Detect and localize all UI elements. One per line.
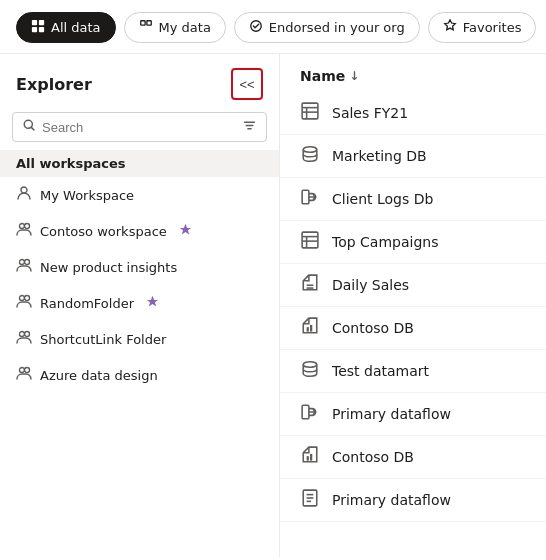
list-item[interactable]: Contoso DB <box>280 436 546 479</box>
svg-point-16 <box>25 332 30 337</box>
svg-rect-35 <box>307 456 309 461</box>
item-name: Daily Sales <box>332 277 409 293</box>
list-item[interactable]: Test datamart <box>280 350 546 393</box>
search-input[interactable] <box>42 120 237 135</box>
svg-rect-32 <box>310 325 312 332</box>
sort-arrow-icon: ↓ <box>349 69 359 83</box>
datamart-icon <box>300 145 320 167</box>
item-name: Marketing DB <box>332 148 427 164</box>
item-name: Top Campaigns <box>332 234 438 250</box>
tab-my-data-label: My data <box>159 20 211 35</box>
tab-favorites-label: Favorites <box>463 20 522 35</box>
svg-point-18 <box>25 368 30 373</box>
collapse-icon: << <box>239 77 254 92</box>
sidebar: Explorer << All workspaces <box>0 54 280 557</box>
list-item[interactable]: Top Campaigns <box>280 221 546 264</box>
premium-icon-2 <box>146 295 159 311</box>
item-name: Test datamart <box>332 363 429 379</box>
list-item[interactable]: Client Logs Db <box>280 178 546 221</box>
list-item[interactable]: Contoso DB <box>280 307 546 350</box>
svg-rect-0 <box>32 20 37 25</box>
workspace-person-icon <box>16 185 32 205</box>
sidebar-item-contoso-label: Contoso workspace <box>40 224 167 239</box>
report-bars-icon <box>300 317 320 339</box>
dataflow-icon <box>300 188 320 210</box>
list-item[interactable]: Sales FY21 <box>280 92 546 135</box>
sidebar-item-shortcut[interactable]: ShortcutLink Folder <box>0 321 279 357</box>
dataset-icon <box>300 102 320 124</box>
workspace-group-icon-2 <box>16 257 32 277</box>
item-name: Contoso DB <box>332 320 414 336</box>
svg-point-17 <box>20 368 25 373</box>
svg-point-23 <box>303 147 317 153</box>
svg-point-33 <box>303 362 317 368</box>
all-workspaces-header: All workspaces <box>0 150 279 177</box>
person-icon <box>139 19 153 36</box>
svg-point-8 <box>21 187 27 193</box>
filter-icon[interactable] <box>243 119 256 135</box>
badge-icon <box>249 19 263 36</box>
tab-all-data-label: All data <box>51 20 101 35</box>
sidebar-item-new-product[interactable]: New product insights <box>0 249 279 285</box>
list-header-label: Name <box>300 68 345 84</box>
tab-all-data[interactable]: All data <box>16 12 116 43</box>
svg-rect-5 <box>146 21 150 25</box>
collapse-button[interactable]: << <box>231 68 263 100</box>
sidebar-item-random-folder[interactable]: RandomFolder <box>0 285 279 321</box>
svg-rect-31 <box>307 327 309 332</box>
sidebar-item-shortcut-label: ShortcutLink Folder <box>40 332 166 347</box>
dataflow-icon-2 <box>300 403 320 425</box>
sidebar-title: Explorer <box>16 75 92 94</box>
item-name: Contoso DB <box>332 449 414 465</box>
sidebar-item-my-workspace-label: My Workspace <box>40 188 134 203</box>
svg-point-12 <box>25 260 30 265</box>
sidebar-header: Explorer << <box>0 54 279 108</box>
svg-rect-24 <box>302 190 309 204</box>
dataflow-icon-3 <box>300 489 320 511</box>
grid-icon <box>31 19 45 36</box>
premium-icon <box>179 223 192 239</box>
list-header: Name ↓ <box>280 54 546 92</box>
svg-rect-4 <box>140 21 144 25</box>
item-name: Primary dataflow <box>332 492 451 508</box>
search-bar[interactable] <box>12 112 267 142</box>
tab-my-data[interactable]: My data <box>124 12 226 43</box>
svg-point-13 <box>20 296 25 301</box>
list-item[interactable]: Marketing DB <box>280 135 546 178</box>
item-name: Primary dataflow <box>332 406 451 422</box>
sidebar-item-contoso[interactable]: Contoso workspace <box>0 213 279 249</box>
top-nav: All data My data Endorsed in your org Fa… <box>0 0 546 54</box>
sidebar-item-random-folder-label: RandomFolder <box>40 296 134 311</box>
svg-rect-19 <box>302 103 318 119</box>
datamart-icon-2 <box>300 360 320 382</box>
report-bars-icon-2 <box>300 446 320 468</box>
svg-point-14 <box>25 296 30 301</box>
svg-point-9 <box>20 224 25 229</box>
svg-rect-36 <box>310 454 312 461</box>
svg-rect-3 <box>39 27 44 32</box>
main-content: Explorer << All workspaces <box>0 54 546 557</box>
svg-rect-34 <box>302 405 309 419</box>
tab-endorsed[interactable]: Endorsed in your org <box>234 12 420 43</box>
report-icon <box>300 274 320 296</box>
svg-rect-25 <box>302 232 318 248</box>
sidebar-item-new-product-label: New product insights <box>40 260 177 275</box>
svg-rect-2 <box>32 27 37 32</box>
workspace-group-icon-3 <box>16 293 32 313</box>
workspace-group-icon-5 <box>16 365 32 385</box>
item-name: Client Logs Db <box>332 191 433 207</box>
tab-favorites[interactable]: Favorites <box>428 12 537 43</box>
svg-point-10 <box>25 224 30 229</box>
sidebar-item-my-workspace[interactable]: My Workspace <box>0 177 279 213</box>
sidebar-item-azure-label: Azure data design <box>40 368 158 383</box>
list-item[interactable]: Primary dataflow <box>280 479 546 522</box>
list-item[interactable]: Daily Sales <box>280 264 546 307</box>
items-list: Sales FY21 Marketing DB <box>280 92 546 557</box>
tab-endorsed-label: Endorsed in your org <box>269 20 405 35</box>
list-item[interactable]: Primary dataflow <box>280 393 546 436</box>
svg-point-15 <box>20 332 25 337</box>
dataset-icon-2 <box>300 231 320 253</box>
svg-point-11 <box>20 260 25 265</box>
sidebar-item-azure[interactable]: Azure data design <box>0 357 279 393</box>
workspace-group-icon-4 <box>16 329 32 349</box>
